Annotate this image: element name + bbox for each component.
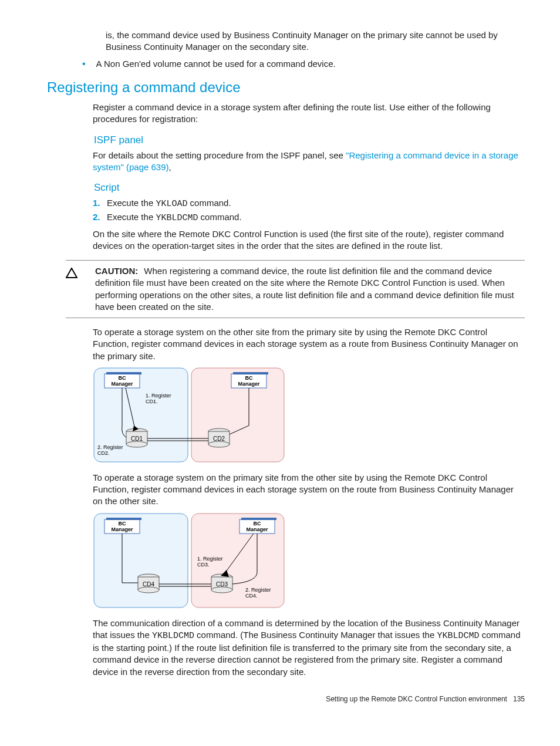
subsection-ispf: ISPF panel xyxy=(94,134,525,147)
svg-text:CD2.: CD2. xyxy=(97,450,110,456)
bc-manager-left: BC xyxy=(119,375,126,381)
caution-text: When registering a command device, the r… xyxy=(95,266,514,312)
svg-text:Manager: Manager xyxy=(238,381,260,387)
bullet-icon: • xyxy=(82,58,86,70)
bullet-item: • A Non Gen'ed volume cannot be used for… xyxy=(82,58,525,70)
caution-label: CAUTION: xyxy=(95,266,138,276)
svg-point-44 xyxy=(211,587,232,593)
diagram-1: BC Manager BC Manager CD1 CD2 1. Registe… xyxy=(93,367,525,464)
step2-pre: Execute the xyxy=(107,212,156,222)
para-mid: To operate a storage system on the prima… xyxy=(93,472,525,508)
svg-point-15 xyxy=(208,441,230,447)
caution-icon xyxy=(66,265,95,313)
svg-text:Manager: Manager xyxy=(111,526,133,532)
continuation-paragraph: is, the command device used by Business … xyxy=(106,29,525,53)
svg-text:CD4.: CD4. xyxy=(245,593,258,599)
caution-block: CAUTION:When registering a command devic… xyxy=(66,260,525,318)
step-2: 2. Execute the YKBLDCMD command. xyxy=(93,211,525,224)
subsection-script: Script xyxy=(94,181,525,195)
ispf-text-pre: For details about the setting procedure … xyxy=(93,150,346,160)
svg-rect-6 xyxy=(233,372,268,374)
last-para-cmd1: YKBLDCMD xyxy=(152,631,194,641)
step1-pre: Execute the xyxy=(107,198,156,208)
step2-cmd: YKBLDCMD xyxy=(156,213,198,223)
svg-text:Manager: Manager xyxy=(246,526,268,532)
last-para-mid1: command. (The Business Continuity Manage… xyxy=(194,630,437,640)
step1-cmd: YKLOAD xyxy=(156,199,187,209)
svg-rect-35 xyxy=(241,518,276,520)
section-intro: Register a command device in a storage s… xyxy=(93,102,525,126)
svg-text:CD2: CD2 xyxy=(213,436,225,442)
step-1: 1. Execute the YKLOAD command. xyxy=(93,197,525,210)
svg-text:CD3.: CD3. xyxy=(197,562,210,568)
svg-text:CD3: CD3 xyxy=(216,581,228,588)
ispf-paragraph: For details about the setting procedure … xyxy=(93,150,525,174)
bullet-text: A Non Gen'ed volume cannot be used for a… xyxy=(96,58,336,70)
svg-text:2. Register: 2. Register xyxy=(97,444,123,450)
para-after-caution: To operate a storage system on the other… xyxy=(93,326,525,362)
last-para-cmd2: YKBLDCMD xyxy=(437,631,479,641)
svg-text:BC: BC xyxy=(119,521,126,526)
svg-rect-31 xyxy=(106,518,141,520)
svg-text:CD4: CD4 xyxy=(143,581,154,588)
footer-text: Setting up the Remote DKC Control Functi… xyxy=(326,695,507,703)
svg-point-40 xyxy=(138,587,159,593)
svg-text:Manager: Manager xyxy=(111,381,133,387)
page-footer: Setting up the Remote DKC Control Functi… xyxy=(47,694,525,704)
ispf-text-post: , xyxy=(169,162,171,172)
diagram-2: BC Manager BC Manager CD4 CD3 1. Registe… xyxy=(93,512,525,609)
step1-post: command. xyxy=(187,198,231,208)
section-heading: Registering a command device xyxy=(47,78,525,97)
svg-text:1. Register: 1. Register xyxy=(146,393,171,399)
svg-text:CD1: CD1 xyxy=(131,436,143,442)
svg-text:2. Register: 2. Register xyxy=(245,587,271,593)
last-paragraph: The communication direction of a command… xyxy=(93,617,525,678)
step2-post: command. xyxy=(198,212,241,222)
svg-text:BC: BC xyxy=(254,521,261,526)
footer-page: 135 xyxy=(513,695,525,703)
svg-text:BC: BC xyxy=(245,375,253,381)
svg-point-11 xyxy=(126,441,147,447)
svg-text:1. Register: 1. Register xyxy=(197,556,223,562)
svg-text:CD1.: CD1. xyxy=(146,399,158,404)
script-paragraph: On the site where the Remote DKC Control… xyxy=(93,228,525,252)
svg-rect-3 xyxy=(106,372,141,374)
